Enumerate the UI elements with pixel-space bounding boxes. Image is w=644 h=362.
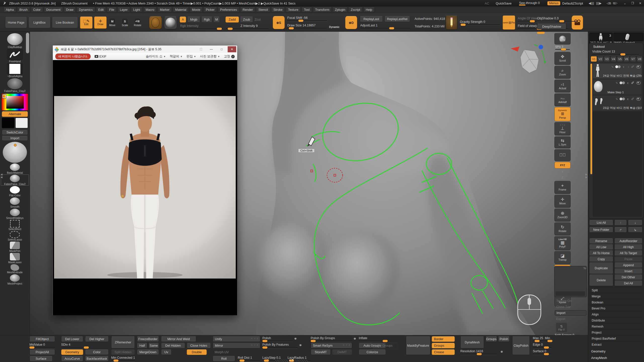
left-divider-handle[interactable]: ◀◀: [1, 173, 3, 178]
rename-button[interactable]: Rename: [589, 238, 613, 244]
subtool-title[interactable]: Subtool: [593, 45, 605, 49]
menu-item[interactable]: Render: [240, 7, 255, 12]
section-geometry[interactable]: Geometry: [591, 349, 606, 353]
zoom3d-button[interactable]: ⊕Zoom3D: [554, 208, 571, 221]
del-all-button[interactable]: Del All: [614, 281, 642, 286]
visible-count-slider[interactable]: Visible Count 13: [592, 50, 639, 55]
brush-selectlasso[interactable]: SelectLasso: [1, 231, 29, 241]
polyframe-button[interactable]: Line Fill ▦PolyF: [554, 236, 571, 250]
spix-slider[interactable]: SPix 3: [555, 45, 570, 50]
dynamesh-groups-toggle[interactable]: Groups: [486, 336, 497, 342]
viewer-minimize-button[interactable]: —: [207, 46, 216, 52]
subtool-action-row[interactable]: Bevel Pro: [589, 305, 642, 311]
move-down-button[interactable]: ↓: [628, 220, 642, 225]
viewer-close-button[interactable]: ✕: [228, 46, 236, 52]
camera-lock-button[interactable]: ⊙⃞: [554, 149, 571, 161]
del-higher-button[interactable]: Del Higher: [85, 336, 109, 342]
tray-left-icon[interactable]: ◀||||: [589, 2, 594, 5]
scale-button[interactable]: SScale: [122, 18, 133, 28]
brush-selectrect[interactable]: SelectRect: [1, 220, 29, 231]
menu-item[interactable]: Layer: [117, 7, 130, 12]
flip-v-button[interactable]: ⇅Flip V: [556, 323, 567, 332]
rotate-z-button[interactable]: Z: [555, 175, 570, 180]
claypolish-maxmin-slider[interactable]: Max 25 Min: [533, 336, 551, 341]
menu-item[interactable]: Zscript: [348, 7, 363, 12]
brush-maskpen[interactable]: MaskPen: [1, 241, 29, 252]
switch-color-button[interactable]: SwitchColor: [2, 130, 28, 135]
brush-smoothvalleys[interactable]: SmoothValleys: [1, 208, 29, 219]
draw-size-slider[interactable]: Draw Size 14.19857: [287, 24, 327, 29]
menu-item[interactable]: Movie: [190, 7, 203, 12]
image-viewer-window[interactable]: 쇄골 & 팔 > 0afe5b377b2d99710e97b3376bf7b3c…: [53, 45, 237, 315]
scroll-button[interactable]: ✥Scroll: [554, 52, 571, 65]
merge-down-button[interactable]: MergeDown: [137, 349, 159, 355]
floor-button[interactable]: X Y Z ⊥Floor: [554, 122, 571, 135]
unify-button[interactable]: UnifyX Y Z: [213, 336, 260, 342]
texture-import-button[interactable]: Import: [555, 310, 586, 315]
viewer-titlebar[interactable]: 쇄골 & 팔 > 0afe5b377b2d99710e97b3376bf7b3c…: [53, 46, 237, 53]
section-arraymesh[interactable]: ArrayMesh: [591, 356, 607, 360]
alpha-brushalpha[interactable]: ~BrushAlpha: [1, 63, 29, 78]
backface-mask-button[interactable]: BackfaceMask: [85, 356, 109, 361]
rgb-intensity-slider[interactable]: Rgb Intensity: [180, 24, 223, 29]
polish-features-radio[interactable]: [299, 344, 302, 346]
current-material-swatch[interactable]: [149, 16, 162, 29]
doc-zoom-indicator[interactable]: [537, 32, 545, 34]
exif-button[interactable]: EXIF: [95, 55, 106, 58]
menu-item[interactable]: Transform: [313, 7, 332, 12]
subtool-row-2[interactable]: ➘ ◐ ✐ Make Step 1: [593, 79, 642, 95]
menu-item[interactable]: Texture: [286, 7, 301, 12]
mirror-button[interactable]: MirrorX Y Z: [213, 343, 260, 348]
mbf-crease-toggle[interactable]: Crease: [432, 349, 455, 355]
menu-item[interactable]: Tool: [302, 7, 312, 12]
deep-shadow-button[interactable]: DeepShadow: [537, 24, 566, 29]
del-hidden-button[interactable]: Del Hidden: [161, 343, 185, 348]
polish-by-features-slider[interactable]: Polish By Features: [262, 343, 298, 348]
mirror-and-weld-button[interactable]: Mirror And Weld: [161, 336, 196, 342]
gizmo-z-dot[interactable]: [539, 45, 543, 49]
geometry-button[interactable]: Geometry: [61, 349, 83, 355]
rotate-y-button[interactable]: Y: [555, 169, 570, 174]
menu-item[interactable]: Macro: [143, 7, 157, 12]
gizmo-x-arrow[interactable]: [511, 47, 519, 52]
alternate-button[interactable]: Alternate: [2, 111, 28, 117]
rotate-3d-button[interactable]: ↻Rotate: [554, 222, 571, 235]
obj-shadow-slider[interactable]: ObjShadow 0.3: [537, 17, 577, 22]
menu-item[interactable]: Help: [364, 7, 375, 12]
material-basic[interactable]: BasicMaterial: [1, 163, 29, 174]
bpr-button[interactable]: BPR: [554, 33, 571, 44]
viewer-fullscreen-button[interactable]: ⛶: [197, 46, 205, 52]
gravity-strength-slider[interactable]: Gravity Strength 0: [460, 20, 500, 25]
brush-meshproject[interactable]: MeshProject: [1, 274, 29, 285]
replay-last-rel-button[interactable]: ReplayLastRel: [384, 16, 410, 22]
clay-polish-button[interactable]: ClayPolish: [512, 336, 530, 355]
tray-right-icon[interactable]: ||||▶: [596, 2, 601, 5]
menu-item[interactable]: Document: [44, 7, 63, 12]
subtool-action-row[interactable]: Project BasRelief: [589, 335, 642, 341]
main-color-swatch[interactable]: [2, 118, 14, 128]
home-page-button[interactable]: Home Page: [5, 17, 27, 28]
brush-clraybuildup[interactable]: ClayBuildup: [1, 33, 29, 49]
see-through-slider[interactable]: See-through 0: [519, 1, 540, 6]
dynamesh-polish-toggle[interactable]: Polish: [498, 336, 510, 342]
replay-d-button[interactable]: ⊕D: [345, 16, 357, 29]
dynamic-label[interactable]: Dynamic: [329, 26, 340, 28]
eye-icon[interactable]: [636, 65, 641, 68]
rgb-toggle[interactable]: Rgb: [201, 17, 212, 23]
edit-menu[interactable]: 편집▼: [186, 54, 196, 59]
freeze-border-button[interactable]: FreezeBorder: [137, 336, 159, 342]
subtool-tab-v2[interactable]: V2: [597, 56, 603, 62]
mrgb-toggle[interactable]: Mrgb: [187, 17, 200, 23]
menu-item[interactable]: Stroke: [271, 7, 285, 12]
polish-mode-radio[interactable]: [294, 337, 297, 340]
menu-item[interactable]: Zplugin: [333, 7, 347, 12]
fill-object-button[interactable]: FillObject: [29, 336, 55, 342]
brush-icon[interactable]: ✐: [631, 80, 634, 85]
subtool-action-row[interactable]: Extract: [589, 341, 642, 347]
move-button[interactable]: MMove: [109, 18, 120, 28]
insert-button[interactable]: Insert: [614, 268, 642, 274]
subtool-tab-v4[interactable]: V4: [610, 56, 617, 62]
uv-button[interactable]: Uv: [161, 349, 172, 355]
polish-by-groups-slider[interactable]: Polish By Groups: [311, 336, 352, 341]
paste-config-icon[interactable]: ⧉▷: [613, 2, 618, 5]
